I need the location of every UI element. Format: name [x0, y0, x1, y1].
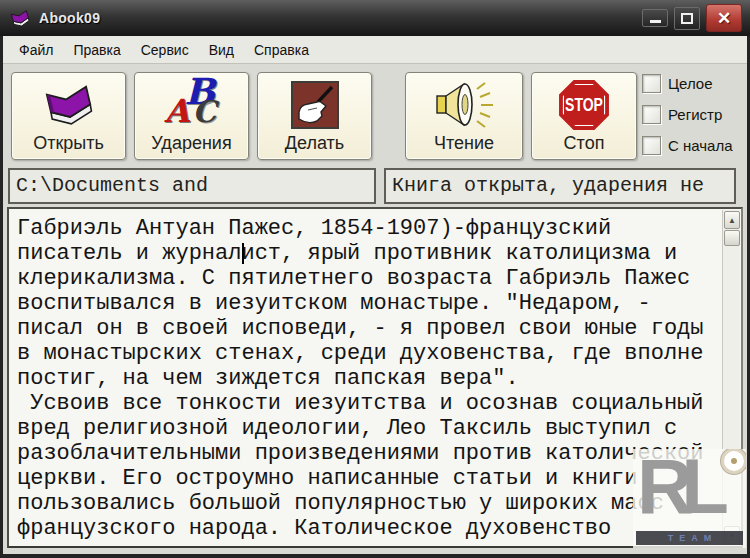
- window-title: Abook09: [39, 10, 100, 26]
- file-path-field[interactable]: C:\Documents and: [8, 168, 376, 204]
- window-controls: ✕: [642, 0, 742, 36]
- text-line: клерикализма. С пятилетнего возраста Габ…: [17, 266, 721, 291]
- text-line: в монастырских стенах, среди духовенства…: [17, 341, 721, 366]
- arrow-up-icon: ▲: [728, 216, 736, 225]
- maximize-icon: [681, 13, 693, 24]
- stress-button[interactable]: A B C Ударения: [134, 72, 249, 160]
- text-line: разоблачительными произведениями против …: [17, 441, 721, 466]
- book-text[interactable]: Габриэль Антуан Пажес, 1854-1907)-францу…: [9, 209, 721, 546]
- from-start-checkbox[interactable]: [642, 136, 661, 155]
- text-line: вред религиозной идеологии, Лео Таксиль …: [17, 416, 721, 441]
- whole-word-checkbox[interactable]: [642, 74, 661, 93]
- close-icon: ✕: [717, 8, 731, 29]
- rl-watermark: RL TEAM: [633, 449, 746, 548]
- menu-view[interactable]: Вид: [199, 38, 244, 62]
- text-caret: [242, 243, 244, 264]
- text-line: французского народа. Католическое духове…: [17, 516, 721, 541]
- text-line: пользовались большой популярностью у шир…: [17, 491, 721, 516]
- speaker-icon: [406, 78, 522, 132]
- menu-edit[interactable]: Правка: [63, 38, 130, 62]
- minimize-icon: [650, 20, 661, 23]
- text-line: Габриэль Антуан Пажес, 1854-1907)-францу…: [17, 216, 721, 241]
- stress-button-label: Ударения: [151, 131, 231, 155]
- watermark-target-icon: [724, 451, 744, 471]
- text-line: воспитывался в иезуитском монастыре. "Не…: [17, 291, 721, 316]
- menu-help[interactable]: Справка: [244, 38, 319, 62]
- text-line: Усвоив все тонкости иезуитства и осознав…: [17, 391, 721, 416]
- from-start-label: С начала: [668, 137, 733, 154]
- text-line: писатель и журналист, ярый противник кат…: [17, 241, 721, 266]
- menu-file[interactable]: Файл: [9, 38, 63, 62]
- menu-service[interactable]: Сервис: [131, 38, 199, 62]
- watermark-team-label: TEAM: [662, 533, 718, 543]
- open-button-label: Открыть: [33, 131, 104, 155]
- status-field[interactable]: Книга открыта, ударения не: [384, 168, 736, 204]
- whole-word-label: Целое: [668, 75, 713, 92]
- text-line: постиг, на чем зиждется папская вера".: [17, 366, 721, 391]
- minimize-button[interactable]: [642, 9, 668, 27]
- stop-button[interactable]: STOP Стоп: [531, 72, 637, 160]
- read-button-label: Чтение: [434, 131, 494, 155]
- watermark-team-bar: TEAM: [636, 531, 743, 545]
- text-line: писал он в своей исповеди, - я провел св…: [17, 316, 721, 341]
- close-button[interactable]: ✕: [706, 4, 742, 32]
- app-book-icon: [9, 8, 31, 28]
- letter-c: C: [193, 94, 217, 129]
- do-button-label: Делать: [285, 131, 344, 155]
- scroll-up-button[interactable]: ▲: [724, 211, 740, 229]
- stop-sign-text: STOP: [565, 95, 603, 115]
- do-button[interactable]: Делать: [257, 72, 372, 160]
- abc-letters-icon: A B C: [135, 78, 248, 132]
- rl-logo: RL: [637, 449, 717, 532]
- maximize-button[interactable]: [674, 7, 700, 30]
- options-checkboxes: Целое Регистр С начала: [642, 71, 733, 164]
- match-case-label: Регистр: [668, 106, 722, 123]
- window-edge-left: [0, 34, 3, 558]
- stop-sign-icon: STOP: [532, 78, 636, 132]
- abook-window: Abook09 ✕ Файл Правка Сервис Вид Справка: [0, 0, 750, 558]
- text-line: церкви. Его остроумно написанные статьи …: [17, 466, 721, 491]
- scrollbar-thumb[interactable]: [724, 230, 740, 246]
- menubar: Файл Правка Сервис Вид Справка: [3, 36, 747, 64]
- open-book-icon: [12, 78, 125, 132]
- checkbox-row-whole: Целое: [642, 71, 733, 95]
- stop-button-label: Стоп: [564, 131, 605, 155]
- open-button[interactable]: Открыть: [11, 72, 126, 160]
- titlebar: Abook09 ✕: [0, 0, 750, 36]
- read-button[interactable]: Чтение: [405, 72, 523, 160]
- hand-writing-icon: [258, 78, 371, 132]
- window-edge-bottom: [0, 554, 750, 558]
- match-case-checkbox[interactable]: [642, 105, 661, 124]
- checkbox-row-case: Регистр: [642, 102, 733, 126]
- toolbar: Открыть A B C Ударения: [3, 65, 747, 165]
- checkbox-row-from-start: С начала: [642, 133, 733, 157]
